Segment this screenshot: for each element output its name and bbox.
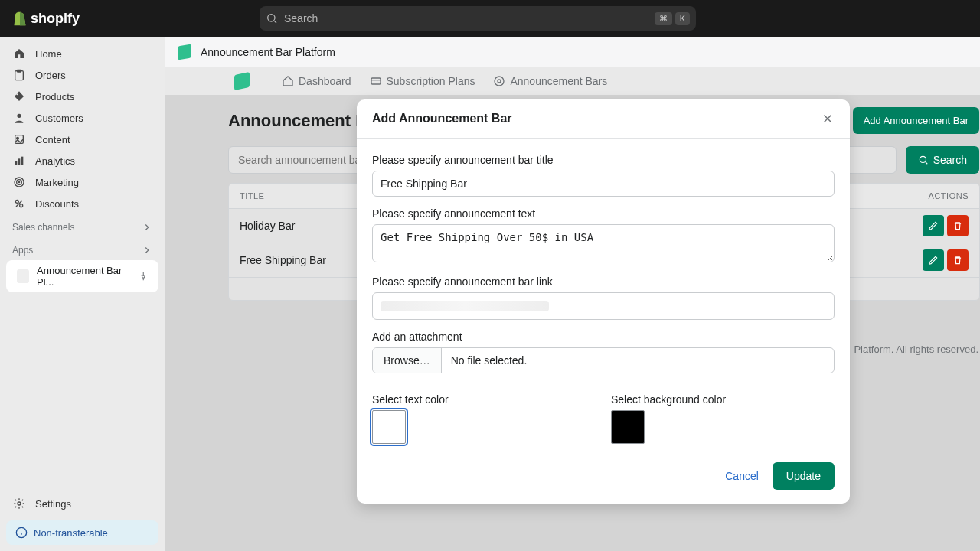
app-item-announcement-bar[interactable]: Announcement Bar Pl...	[6, 260, 158, 292]
modal-title: Add Announcement Bar	[372, 112, 512, 126]
analytics-icon	[13, 155, 25, 167]
section-sales-channels[interactable]: Sales channels	[0, 214, 165, 237]
nav-home[interactable]: Home	[0, 43, 165, 64]
svg-rect-8	[15, 161, 18, 165]
svg-rect-6	[15, 135, 24, 144]
nav-marketing[interactable]: Marketing	[0, 171, 165, 193]
svg-rect-3	[17, 70, 21, 72]
nav-analytics[interactable]: Analytics	[0, 150, 165, 171]
svg-point-7	[17, 137, 19, 139]
search-placeholder: Search	[284, 12, 655, 24]
cancel-button[interactable]: Cancel	[725, 470, 759, 482]
section-apps[interactable]: Apps	[0, 237, 165, 260]
nav-customers[interactable]: Customers	[0, 107, 165, 129]
pencil-icon	[928, 220, 939, 231]
search-shortcut: ⌘ K	[655, 12, 690, 25]
nav-discounts[interactable]: Discounts	[0, 193, 165, 214]
card-icon	[370, 75, 382, 87]
update-button[interactable]: Update	[773, 462, 835, 490]
svg-rect-9	[18, 158, 21, 165]
browse-button[interactable]: Browse…	[373, 348, 442, 373]
close-icon[interactable]	[821, 112, 835, 126]
input-bar-text[interactable]	[372, 224, 835, 262]
trash-icon	[952, 220, 963, 231]
section-label: Apps	[12, 245, 33, 256]
svg-point-15	[20, 204, 23, 207]
tab-subscription[interactable]: Subscription Plans	[370, 75, 475, 87]
tab-label: Subscription Plans	[387, 75, 475, 87]
text-color-swatch[interactable]	[372, 410, 406, 444]
svg-point-25	[920, 156, 926, 162]
delete-button[interactable]	[947, 249, 969, 271]
edit-button[interactable]	[923, 215, 944, 236]
tab-label: Dashboard	[299, 75, 351, 87]
link-skeleton	[381, 301, 549, 311]
cog-icon	[493, 75, 505, 87]
chevron-right-icon	[142, 222, 152, 233]
gear-icon	[13, 497, 25, 510]
add-announcement-bar-button[interactable]: Add Announcement Bar	[853, 107, 979, 134]
tab-announcement-bars[interactable]: Announcement Bars	[493, 75, 607, 87]
svg-point-14	[15, 200, 18, 203]
delete-button[interactable]	[947, 215, 969, 236]
tab-label: Announcement Bars	[510, 75, 607, 87]
sidebar: Home Orders Products Customers Content A…	[0, 37, 165, 551]
bg-color-swatch[interactable]	[611, 410, 645, 444]
svg-point-24	[495, 77, 504, 86]
file-input[interactable]: Browse… No file selected.	[372, 347, 835, 373]
svg-point-13	[18, 181, 19, 182]
label-bg-color: Select background color	[611, 393, 833, 406]
label-bar-title: Please specify announcement bar title	[372, 154, 835, 166]
search-icon	[918, 155, 929, 165]
pin-icon[interactable]	[139, 271, 148, 282]
nav-label: Settings	[35, 498, 71, 510]
tab-dashboard[interactable]: Dashboard	[282, 75, 351, 87]
svg-point-5	[17, 114, 21, 118]
search-button-label: Search	[933, 154, 967, 166]
inner-app-logo	[234, 72, 250, 90]
add-announcement-modal: Add Announcement Bar Please specify anno…	[357, 99, 850, 504]
svg-line-26	[925, 162, 927, 165]
col-actions: Actions	[918, 184, 979, 208]
nav-label: Home	[35, 48, 62, 60]
nav-label: Customers	[35, 112, 83, 124]
topbar: shopify Search ⌘ K	[0, 0, 980, 37]
info-icon	[15, 527, 28, 539]
inner-nav: Dashboard Subscription Plans Announcemen…	[165, 67, 980, 95]
home-outline-icon	[282, 75, 294, 87]
app-icon	[17, 269, 29, 283]
label-text-color: Select text color	[372, 393, 594, 406]
svg-rect-21	[371, 78, 381, 84]
nontransferable-banner[interactable]: Non-transferable	[6, 520, 158, 545]
svg-point-0	[268, 15, 275, 21]
app-header-icon	[178, 44, 191, 60]
content-icon	[13, 133, 25, 145]
global-search[interactable]: Search ⌘ K	[260, 6, 696, 31]
nontransferable-label: Non-transferable	[34, 527, 108, 539]
search-icon	[266, 12, 278, 24]
app-header: Announcement Bar Platform	[165, 37, 980, 67]
nav-label: Discounts	[35, 198, 79, 210]
kbd-cmd: ⌘	[655, 12, 672, 25]
pencil-icon	[928, 255, 939, 266]
kbd-k: K	[675, 12, 690, 25]
products-icon	[13, 90, 25, 103]
customers-icon	[13, 112, 25, 124]
app-header-title: Announcement Bar Platform	[201, 46, 335, 58]
nav-orders[interactable]: Orders	[0, 64, 165, 86]
input-bar-link[interactable]	[372, 292, 835, 320]
brand-text: shopify	[31, 11, 80, 27]
home-icon	[13, 47, 25, 60]
svg-point-4	[16, 93, 18, 95]
input-bar-title[interactable]	[372, 171, 835, 197]
search-button[interactable]: Search	[906, 146, 979, 174]
nav-label: Content	[35, 134, 70, 145]
svg-point-23	[498, 80, 501, 83]
nav-settings[interactable]: Settings	[0, 493, 165, 514]
svg-line-16	[16, 201, 22, 207]
nav-content[interactable]: Content	[0, 129, 165, 150]
nav-products[interactable]: Products	[0, 86, 165, 107]
svg-point-17	[18, 502, 21, 505]
nav-label: Orders	[35, 70, 66, 81]
edit-button[interactable]	[923, 249, 944, 271]
